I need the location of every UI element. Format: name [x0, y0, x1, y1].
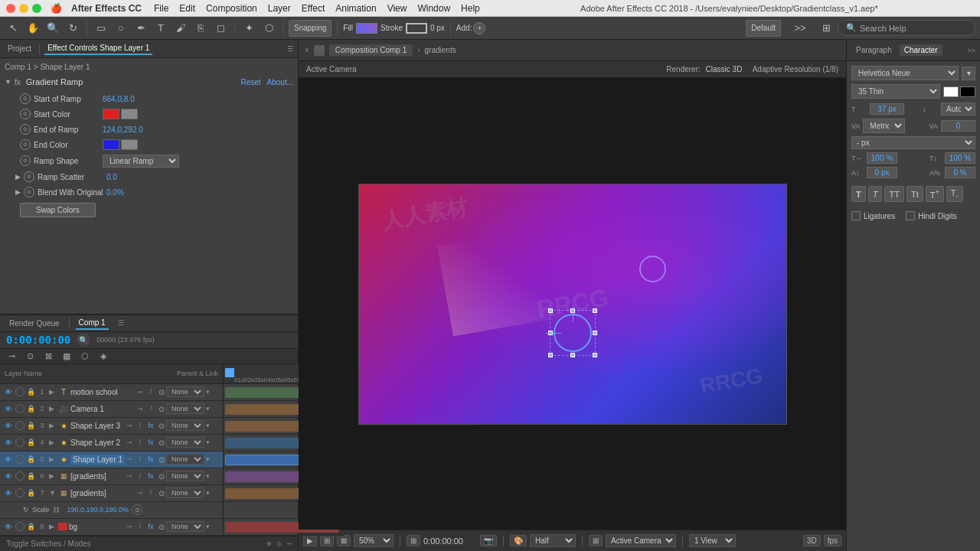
menu-animation[interactable]: Animation [335, 3, 376, 14]
ramp-shape-stopwatch[interactable]: ⊙ [20, 155, 31, 166]
search-help[interactable]: 🔍 Search Help [838, 20, 975, 36]
allcaps-btn[interactable]: TT [884, 186, 903, 202]
playhead-marker[interactable] [225, 368, 234, 377]
workspace-icon[interactable]: ⊞ [818, 20, 835, 37]
layer-6-ctrl-1[interactable]: ⊸ [125, 472, 134, 480]
preview-btn[interactable]: ▶ [303, 535, 317, 546]
layer-7-solo[interactable] [15, 488, 24, 497]
tl-tool-1[interactable]: ⊸ [5, 349, 18, 363]
window-controls[interactable] [6, 4, 41, 13]
layer-8-parent-select[interactable]: None [166, 521, 204, 532]
maximize-button[interactable] [32, 4, 41, 13]
layer-6-expand[interactable]: ▶ [49, 472, 57, 480]
leading-select[interactable]: Auto [941, 103, 975, 116]
sub-btn[interactable]: T- [946, 186, 963, 202]
tl-tool-5[interactable]: ⬡ [78, 349, 92, 363]
layer-1-lock[interactable]: 🔒 [26, 387, 35, 396]
end-color-picker[interactable] [121, 139, 138, 150]
shape-tool[interactable]: ⬡ [260, 20, 277, 37]
menu-effect[interactable]: Effect [302, 3, 325, 14]
grid-btn[interactable]: ⊞ [589, 535, 603, 546]
end-color-stopwatch[interactable]: ⊙ [20, 139, 31, 150]
layer-6-lock[interactable]: 🔒 [26, 471, 35, 481]
char-stroke-color[interactable] [960, 86, 975, 97]
tsume-input[interactable] [945, 167, 975, 178]
unit-select[interactable]: - px [851, 136, 975, 149]
h-scale-input[interactable] [867, 152, 897, 164]
about-link[interactable]: About... [267, 78, 293, 86]
layer-6-ctrl-2[interactable]: / [136, 472, 145, 480]
handle-br[interactable] [593, 353, 597, 357]
layer-7-lock[interactable]: 🔒 [26, 488, 35, 497]
layer-8-ctrl-2[interactable]: / [136, 523, 145, 530]
layer-1-ctrl-2[interactable]: / [146, 388, 155, 396]
close-comp-btn[interactable]: × [305, 46, 309, 54]
blend-value[interactable]: 0.0% [106, 188, 124, 197]
layer-4-fx[interactable]: fx [146, 439, 155, 446]
fps-btn[interactable]: fps [824, 535, 841, 546]
layer-7-vis[interactable]: 👁 [3, 487, 14, 498]
layer-3-ctrl-1[interactable]: ⊸ [125, 422, 134, 429]
menu-view[interactable]: View [387, 3, 407, 14]
start-color-picker[interactable] [121, 109, 138, 119]
smallcaps-btn[interactable]: Tt [906, 186, 923, 202]
layer-2-ctrl-1[interactable]: ⊸ [136, 405, 145, 412]
layer-3-vis[interactable]: 👁 [3, 420, 14, 431]
menu-edit[interactable]: Edit [179, 3, 195, 14]
layer-8-vis[interactable]: 👁 [3, 521, 14, 532]
layer-5-parent-select[interactable]: None [166, 454, 204, 465]
stroke-color[interactable] [406, 23, 427, 34]
layer-7-expand[interactable]: ▼ [49, 489, 57, 497]
layer-2-expand[interactable]: ▶ [49, 405, 57, 412]
layer-3-solo[interactable] [15, 421, 24, 430]
3d-btn[interactable]: 3D [803, 535, 821, 546]
ellipse-tool[interactable]: ○ [113, 20, 129, 37]
start-color-stopwatch[interactable]: ⊙ [20, 109, 31, 119]
footer-timecode[interactable]: 0:00:00:00 [423, 536, 477, 546]
menu-layer[interactable]: Layer [268, 3, 291, 14]
scale-stopwatch[interactable]: ⊙ [132, 504, 142, 515]
tl-timecode[interactable]: 0:00:00:00 [6, 334, 70, 346]
layer-8-solo[interactable] [15, 522, 24, 531]
start-ramp-stopwatch[interactable]: ⊙ [20, 93, 31, 104]
layer-5-fx[interactable]: fx [146, 455, 155, 463]
anchor-tool[interactable]: ✦ [240, 20, 257, 37]
layer-2-vis[interactable]: 👁 [3, 403, 14, 414]
end-ramp-value[interactable]: 124,0,292.0 [103, 126, 143, 134]
handle-tl[interactable] [548, 308, 553, 313]
layer-5-vis[interactable]: 👁 [3, 454, 14, 465]
ramp-scatter-stopwatch[interactable]: ⊙ [24, 171, 34, 182]
tl-tool-6[interactable]: ◈ [96, 349, 110, 363]
kern-method-select[interactable]: Metrics [863, 119, 905, 133]
layer-2-lock[interactable]: 🔒 [26, 404, 35, 413]
super-btn[interactable]: T+ [926, 186, 944, 202]
char-panel-menu[interactable]: >> [967, 47, 975, 54]
start-color-swatch[interactable] [103, 109, 119, 119]
blend-stopwatch[interactable]: ⊙ [24, 187, 34, 197]
layer-6-solo[interactable] [15, 471, 24, 481]
swap-colors-button[interactable]: Swap Colors [20, 203, 96, 217]
tab-effect-controls[interactable]: Effect Controls Shape Layer 1 [44, 42, 152, 55]
tab-paragraph[interactable]: Paragraph [851, 44, 897, 56]
color-bit-btn[interactable]: 🎨 [510, 535, 527, 546]
handle-bm[interactable] [570, 353, 575, 357]
layer-5-ctrl-1[interactable]: ⊸ [125, 455, 134, 463]
font-size-input[interactable] [870, 103, 904, 115]
layer-2-parent-select[interactable]: None [166, 403, 204, 414]
rect-tool[interactable]: ▭ [93, 20, 109, 37]
comp-nav-arrow[interactable]: › [417, 46, 420, 54]
zoom-tool[interactable]: 🔍 [44, 20, 61, 37]
layer-3-ctrl-2[interactable]: / [136, 422, 145, 429]
layer-5-expand[interactable]: ▶ [49, 455, 57, 463]
default-btn[interactable]: Default [746, 20, 781, 37]
panel-menu-icon[interactable]: ☰ [287, 45, 293, 53]
layer-4-lock[interactable]: 🔒 [26, 438, 35, 447]
ramp-scatter-value[interactable]: 0.0 [106, 173, 117, 181]
layer-1-expand[interactable]: ▶ [49, 388, 57, 396]
menu-help[interactable]: Help [461, 3, 480, 14]
layer-1-vis[interactable]: 👁 [3, 386, 14, 397]
tl-icon-1[interactable]: ⊕ [266, 540, 272, 547]
tl-tool-3[interactable]: ⊠ [41, 349, 55, 363]
layer-1-parent-select[interactable]: None [166, 386, 204, 397]
start-ramp-value[interactable]: 664,0,8.0 [103, 95, 135, 103]
